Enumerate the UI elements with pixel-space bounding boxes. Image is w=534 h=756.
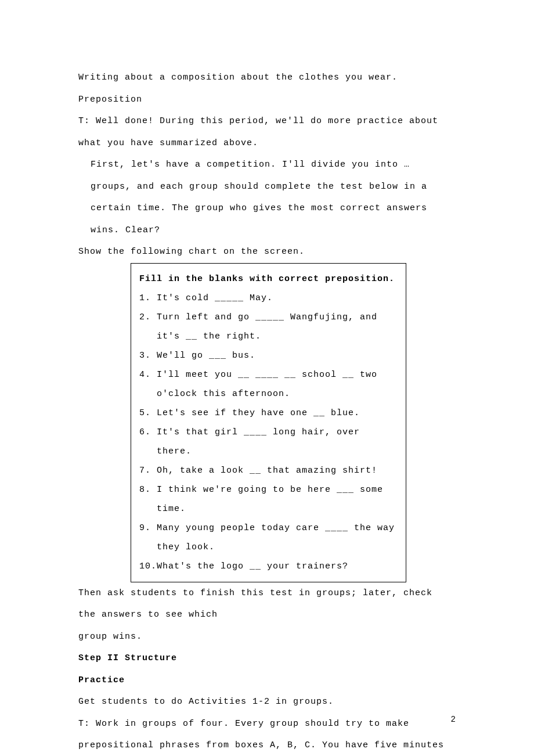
paragraph-teacher-welldone: T: Well done! During this period, we'll … <box>78 110 456 154</box>
item-text: Let's see if they have one __ blue. <box>157 404 398 423</box>
chart-item: 9.Many young people today care ____ the … <box>139 519 398 557</box>
item-number: 1. <box>139 289 157 308</box>
item-number: 6. <box>139 423 157 461</box>
chart-item: 5.Let's see if they have one __ blue. <box>139 404 398 423</box>
item-number: 7. <box>139 461 157 480</box>
chart-item: 8.I think we're going to be here ___ som… <box>139 480 398 519</box>
paragraph-after-chart-2: group wins. <box>78 626 456 648</box>
page-number: 2 <box>451 715 456 724</box>
item-number: 4. <box>139 365 157 404</box>
paragraph-activities: Get students to do Activities 1-2 in gro… <box>78 691 456 713</box>
chart-item: 2.Turn left and go _____ Wangfujing, and… <box>139 308 398 346</box>
paragraph-preposition: Preposition <box>78 89 456 111</box>
item-number: 2. <box>139 308 157 346</box>
chart-item: 1.It's cold _____ May. <box>139 289 398 308</box>
item-number: 9. <box>139 519 157 557</box>
chart-item: 4.I'll meet you __ ____ __ school __ two… <box>139 365 398 404</box>
paragraph-writing: Writing about a composition about the cl… <box>78 67 456 89</box>
page: Writing about a composition about the cl… <box>0 0 534 756</box>
item-text: I'll meet you __ ____ __ school __ two o… <box>157 365 398 404</box>
item-text: What's the logo __ your trainers? <box>157 557 398 576</box>
item-text: Turn left and go _____ Wangfujing, and i… <box>157 308 398 346</box>
paragraph-after-chart-1: Then ask students to finish this test in… <box>78 582 456 626</box>
item-number: 10. <box>139 557 157 576</box>
heading-step-ii: Step II Structure <box>78 647 456 669</box>
heading-practice: Practice <box>78 669 456 692</box>
item-number: 5. <box>139 404 157 423</box>
paragraph-groups: T: Work in groups of four. Every group s… <box>78 713 456 757</box>
item-text: Oh, take a look __ that amazing shirt! <box>157 461 398 480</box>
text-part-a: Then ask students to finish this test in… <box>78 588 432 620</box>
item-number: 3. <box>139 346 157 365</box>
item-text: I think we're going to be here ___ some … <box>157 480 398 519</box>
item-text: It's cold _____ May. <box>157 289 398 308</box>
chart-item: 6.It's that girl ____ long hair, over th… <box>139 423 398 461</box>
paragraph-competition: First, let's have a competition. I'll di… <box>78 154 456 241</box>
chart-title: Fill in the blanks with correct preposit… <box>139 269 398 289</box>
item-number: 8. <box>139 480 157 519</box>
text: T: Work in groups of four. Every group s… <box>78 719 444 757</box>
chart-item: 10.What's the logo __ your trainers? <box>139 557 398 576</box>
item-text: We'll go ___ bus. <box>157 346 398 365</box>
item-text: Many young people today care ____ the wa… <box>157 519 398 557</box>
chart-item: 7.Oh, take a look __ that amazing shirt! <box>139 461 398 480</box>
item-text: It's that girl ____ long hair, over ther… <box>157 423 398 461</box>
exercise-chart: Fill in the blanks with correct preposit… <box>131 263 406 582</box>
paragraph-show-chart: Show the following chart on the screen. <box>78 241 456 263</box>
chart-item: 3.We'll go ___ bus. <box>139 346 398 365</box>
